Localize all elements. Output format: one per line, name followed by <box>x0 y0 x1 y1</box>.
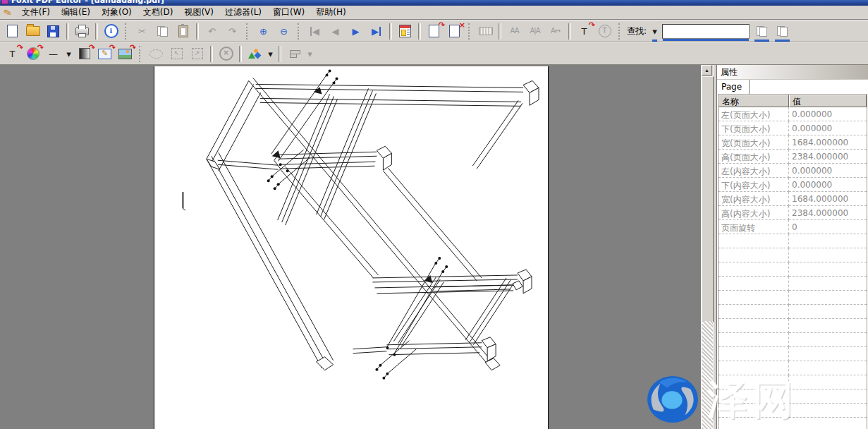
find-label: 查找: <box>627 25 647 37</box>
select-object-button[interactable] <box>147 44 166 63</box>
vertical-scrollbar[interactable]: ▲ <box>701 65 713 429</box>
find-next-button[interactable] <box>773 22 792 40</box>
property-name <box>719 234 789 248</box>
grid-header: 名称 值 <box>719 95 867 107</box>
bring-forward-button[interactable]: ↗ <box>188 44 207 63</box>
send-backward-button[interactable]: ↖ <box>167 44 186 63</box>
cut-button[interactable]: ✂ <box>133 22 152 40</box>
property-row[interactable]: 下(页面大小)0.000000 <box>719 121 867 135</box>
property-row[interactable]: 高(页面大小)2384.000000 <box>719 150 867 164</box>
property-row[interactable]: 左(内容大小)0.000000 <box>719 164 867 178</box>
property-value <box>789 333 867 347</box>
property-row[interactable]: 高(内容大小)2384.000000 <box>719 206 867 220</box>
property-name <box>719 262 789 277</box>
replace-font-button[interactable]: AA <box>505 22 524 40</box>
property-row[interactable]: 宽(页面大小)1684.000000 <box>719 135 867 150</box>
color-button[interactable]: ↷ <box>23 44 42 63</box>
last-page-button[interactable]: ▶ <box>367 22 386 40</box>
property-row[interactable] <box>719 262 867 277</box>
property-row[interactable] <box>719 305 867 319</box>
delete-page-button[interactable]: × <box>445 22 464 40</box>
add-text-button[interactable]: T↷ <box>3 44 22 63</box>
menu-window[interactable]: 窗口(W) <box>267 6 310 18</box>
info-button[interactable]: i <box>102 22 121 40</box>
menu-view[interactable]: 视图(V) <box>178 6 219 18</box>
print-button[interactable] <box>73 22 92 40</box>
find-prev-button[interactable] <box>752 22 771 40</box>
align-button[interactable] <box>285 44 304 63</box>
page-icon <box>429 25 439 37</box>
zoom-out-button[interactable]: ⊖ <box>274 22 293 40</box>
property-value <box>789 291 867 305</box>
paste-button[interactable] <box>173 22 192 40</box>
new-button[interactable] <box>3 22 22 40</box>
property-row[interactable] <box>719 277 867 291</box>
keyboard-button[interactable] <box>476 22 495 40</box>
delete-object-button[interactable]: × <box>216 44 236 63</box>
line-style-button[interactable]: — <box>44 44 63 63</box>
property-name: 下(页面大小) <box>719 121 789 135</box>
rotate-page-button[interactable]: ↷ <box>424 22 444 40</box>
property-row[interactable] <box>719 361 867 375</box>
next-page-button[interactable]: ▶ <box>346 22 365 40</box>
property-name <box>719 319 789 333</box>
overlay-arrow-icon: × <box>459 21 465 29</box>
property-row[interactable] <box>719 375 867 389</box>
pages-icon <box>757 26 767 37</box>
scroll-up-button[interactable]: ▲ <box>702 65 712 75</box>
prev-page-button[interactable]: ◀ <box>326 22 345 40</box>
undo-button[interactable]: ↶ <box>202 22 221 40</box>
properties-title: 属性 <box>717 65 868 79</box>
insert-text-button[interactable]: T↷ <box>575 22 594 40</box>
first-page-button[interactable]: ◀ <box>305 22 324 40</box>
shapes-button[interactable] <box>245 44 264 63</box>
fit-text-button[interactable]: A|A <box>525 22 544 40</box>
property-row[interactable] <box>719 319 867 333</box>
circled-text-button[interactable]: T <box>595 22 614 40</box>
save-button[interactable] <box>44 22 63 40</box>
property-value <box>789 248 867 262</box>
menu-edit[interactable]: 编辑(E) <box>56 6 96 18</box>
property-row[interactable] <box>719 333 867 347</box>
menu-object[interactable]: 对象(O) <box>96 6 137 18</box>
property-name <box>719 333 789 347</box>
property-row[interactable]: 下(内容大小)0.000000 <box>719 178 867 192</box>
menu-file[interactable]: 文件(F) <box>16 6 56 18</box>
property-row[interactable] <box>719 347 867 361</box>
find-input[interactable] <box>662 24 750 39</box>
property-row[interactable]: 页面旋转0 <box>719 220 867 234</box>
open-button[interactable] <box>23 22 42 40</box>
text-spacing-button[interactable]: A↔ <box>546 22 565 40</box>
property-value: 2384.000000 <box>789 206 867 220</box>
zoom-in-button[interactable]: ⊕ <box>254 22 273 40</box>
column-header-value[interactable]: 值 <box>789 95 867 107</box>
redo-button[interactable]: ↷ <box>223 22 242 40</box>
copy-button[interactable] <box>153 22 172 40</box>
align-dropdown[interactable]: ▾ <box>305 44 314 63</box>
find-dropdown[interactable]: ▾ <box>650 22 659 40</box>
tab-page[interactable]: Page <box>717 80 750 94</box>
info-icon: i <box>104 24 118 38</box>
property-row[interactable] <box>719 248 867 262</box>
property-row[interactable]: 宽(内容大小)1684.000000 <box>719 192 867 206</box>
folder-icon <box>26 26 40 36</box>
property-row[interactable] <box>719 234 867 248</box>
column-header-name[interactable]: 名称 <box>719 95 789 107</box>
menu-document[interactable]: 文档(D) <box>137 6 179 18</box>
edit-image-button[interactable]: ✎↷ <box>95 44 114 63</box>
pdf-page[interactable] <box>154 66 549 429</box>
page-layout-button[interactable] <box>396 22 415 40</box>
scrollbar-thumb[interactable] <box>702 76 714 322</box>
scrollbar-track[interactable] <box>702 321 713 429</box>
shading-button[interactable]: ↷ <box>75 44 94 63</box>
property-row[interactable] <box>719 291 867 305</box>
menu-help[interactable]: 帮助(H) <box>310 6 351 18</box>
line-style-dropdown[interactable]: ▾ <box>64 44 73 63</box>
property-row[interactable]: 左(页面大小)0.000000 <box>719 107 867 121</box>
shapes-dropdown[interactable]: ▾ <box>266 44 275 63</box>
add-image-button[interactable]: ↷ <box>116 44 135 63</box>
menu-filter[interactable]: 过滤器(L) <box>219 6 267 18</box>
document-canvas[interactable] <box>0 65 701 429</box>
property-row[interactable] <box>719 389 867 404</box>
property-row[interactable] <box>719 404 867 418</box>
